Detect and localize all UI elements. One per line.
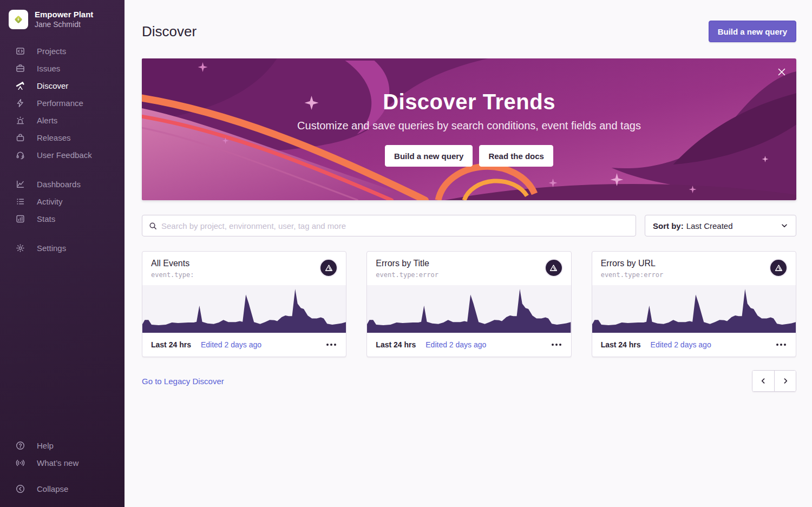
- chevron-down-icon: [781, 222, 788, 229]
- banner-close-button[interactable]: [776, 66, 788, 78]
- banner-buttons: Build a new query Read the docs: [142, 145, 796, 167]
- activity-icon: [15, 196, 25, 206]
- sidebar-item-stats[interactable]: Stats: [0, 210, 125, 227]
- ellipsis-menu-icon[interactable]: [775, 340, 787, 349]
- sidebar-item-projects[interactable]: Projects: [0, 42, 125, 60]
- sidebar-item-dashboards[interactable]: Dashboards: [0, 175, 125, 193]
- org-logo-icon: [9, 10, 28, 29]
- stats-icon: [15, 214, 25, 223]
- build-query-button[interactable]: Build a new query: [709, 21, 796, 42]
- issues-icon: [15, 63, 25, 73]
- banner-read-docs-button[interactable]: Read the docs: [479, 145, 553, 167]
- org-names: Empower Plant Jane Schmidt: [35, 10, 93, 29]
- banner-build-query-button[interactable]: Build a new query: [385, 145, 473, 167]
- query-card-errors-by-title[interactable]: Errors by Title event.type:error Last 24…: [366, 251, 571, 357]
- sidebar-settings-nav: Settings: [0, 239, 125, 256]
- sidebar-item-label: Collapse: [37, 484, 68, 493]
- sentry-avatar-icon: [769, 259, 788, 277]
- ellipsis-menu-icon[interactable]: [325, 340, 337, 349]
- card-header: Errors by Title event.type:error: [367, 252, 571, 285]
- search-icon: [149, 222, 157, 230]
- query-card-all-events[interactable]: All Events event.type: Last 24 hrs Edite…: [142, 251, 346, 357]
- sidebar-item-label: Dashboards: [37, 180, 81, 189]
- sidebar-item-label: Issues: [37, 64, 60, 73]
- card-query: event.type:: [151, 271, 337, 279]
- pagination-next-button[interactable]: [774, 371, 796, 391]
- card-footer: Last 24 hrs Edited 2 days ago: [142, 333, 346, 357]
- org-name: Empower Plant: [35, 10, 93, 20]
- whats-new-icon: [15, 458, 25, 468]
- help-icon: [15, 440, 25, 450]
- sidebar-item-releases[interactable]: Releases: [0, 129, 125, 146]
- sidebar-item-alerts[interactable]: Alerts: [0, 111, 125, 129]
- sidebar-bottom-nav: Help What’s new: [0, 437, 125, 471]
- sidebar-item-performance[interactable]: Performance: [0, 94, 125, 111]
- bottom-row: Go to Legacy Discover: [142, 370, 796, 392]
- collapse-icon: [15, 484, 25, 493]
- events-sparkline-area: [142, 289, 346, 333]
- projects-icon: [15, 46, 25, 56]
- page-header: Discover Build a new query: [142, 21, 796, 42]
- card-title: Errors by URL: [601, 259, 787, 268]
- card-edited-link[interactable]: Edited 2 days ago: [651, 340, 711, 349]
- query-card-errors-by-url[interactable]: Errors by URL event.type:error Last 24 h…: [592, 251, 796, 357]
- user-feedback-icon: [15, 150, 25, 160]
- card-edited-link[interactable]: Edited 2 days ago: [425, 340, 486, 349]
- banner-title: Discover Trends: [142, 90, 796, 114]
- chevron-right-icon: [782, 377, 789, 385]
- sidebar-item-whats-new[interactable]: What’s new: [0, 454, 125, 471]
- card-edited-link[interactable]: Edited 2 days ago: [201, 340, 261, 349]
- saved-query-cards: All Events event.type: Last 24 hrs Edite…: [142, 251, 796, 357]
- sidebar-item-help[interactable]: Help: [0, 437, 125, 454]
- card-time-range: Last 24 hrs: [151, 340, 191, 349]
- discover-trends-banner: Discover Trends Customize and save queri…: [142, 58, 796, 200]
- search-input[interactable]: [161, 221, 629, 231]
- sidebar-item-label: Stats: [37, 214, 55, 223]
- card-footer: Last 24 hrs Edited 2 days ago: [367, 333, 571, 357]
- search-box: [142, 215, 636, 236]
- alerts-icon: [15, 115, 25, 125]
- chevron-left-icon: [759, 377, 767, 385]
- sidebar-item-user-feedback[interactable]: User Feedback: [0, 146, 125, 163]
- card-query: event.type:error: [376, 271, 562, 279]
- sentry-avatar-icon: [545, 259, 563, 277]
- card-time-range: Last 24 hrs: [601, 340, 641, 349]
- card-query: event.type:error: [601, 271, 787, 279]
- close-icon: [777, 68, 786, 76]
- card-time-range: Last 24 hrs: [376, 340, 416, 349]
- card-chart: [142, 285, 346, 333]
- sort-dropdown[interactable]: Sort by:Last Created: [645, 215, 796, 236]
- banner-subtitle: Customize and save queries by search con…: [142, 120, 796, 132]
- sidebar-collapse-button[interactable]: Collapse: [0, 480, 125, 497]
- pagination-prev-button[interactable]: [752, 371, 774, 391]
- sidebar-item-label: Discover: [37, 81, 68, 90]
- sidebar-spacer: [0, 256, 125, 437]
- page-title: Discover: [142, 23, 197, 40]
- sidebar-item-settings[interactable]: Settings: [0, 239, 125, 256]
- pagination: [752, 370, 796, 392]
- sidebar-item-label: What’s new: [37, 458, 78, 468]
- org-switcher[interactable]: Empower Plant Jane Schmidt: [0, 0, 125, 29]
- sidebar-item-discover[interactable]: Discover: [0, 77, 125, 94]
- sidebar-item-issues[interactable]: Issues: [0, 60, 125, 77]
- ellipsis-menu-icon[interactable]: [551, 340, 562, 349]
- card-header: Errors by URL event.type:error: [592, 252, 796, 285]
- sidebar-item-label: Alerts: [37, 116, 57, 125]
- sidebar-collapse-nav: Collapse: [0, 480, 125, 497]
- sidebar-item-label: Help: [37, 441, 54, 450]
- events-sparkline-area: [592, 289, 796, 333]
- sidebar-secondary-nav: Dashboards Activity Stats: [0, 175, 125, 227]
- sort-prefix: Sort by:: [653, 221, 684, 231]
- performance-icon: [15, 98, 25, 108]
- sidebar-item-label: Performance: [37, 98, 83, 108]
- sidebar-item-activity[interactable]: Activity: [0, 193, 125, 210]
- sidebar: Empower Plant Jane Schmidt Projects Issu…: [0, 0, 125, 507]
- events-sparkline-area: [367, 289, 571, 333]
- card-footer: Last 24 hrs Edited 2 days ago: [592, 333, 796, 357]
- card-title: Errors by Title: [376, 259, 562, 268]
- legacy-discover-link[interactable]: Go to Legacy Discover: [142, 377, 224, 386]
- banner-content: Discover Trends Customize and save queri…: [142, 58, 796, 167]
- org-user: Jane Schmidt: [35, 20, 93, 30]
- card-chart: [592, 285, 796, 333]
- sidebar-item-label: Settings: [37, 243, 66, 253]
